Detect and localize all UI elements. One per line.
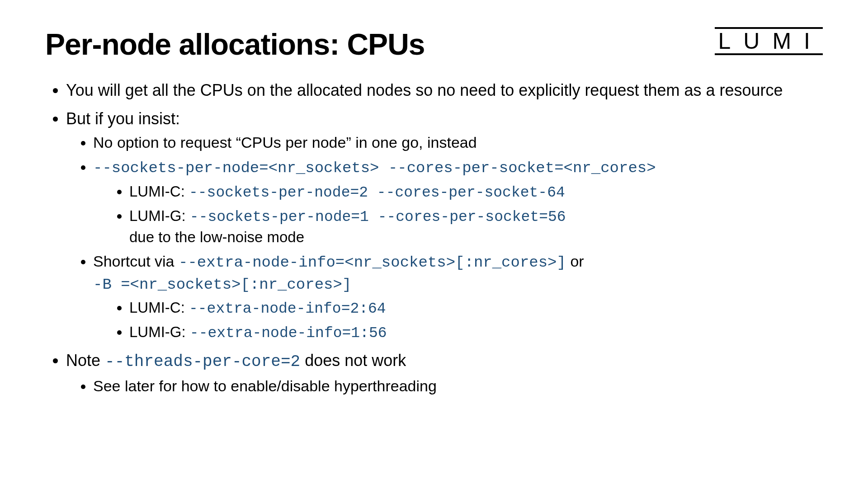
note-pre: Note — [66, 351, 105, 370]
bullet-1: You will get all the CPUs on the allocat… — [66, 80, 823, 102]
bullet-2-1: No option to request “CPUs per node” in … — [93, 132, 823, 153]
bullet-3-1: See later for how to enable/disable hype… — [93, 376, 823, 397]
bullet-2-3-1: LUMI-C: --extra-node-info=2:64 — [129, 298, 823, 319]
shortcut-pre: Shortcut via — [93, 253, 179, 270]
shortcut-mid: or — [566, 253, 584, 270]
page-title: Per-node allocations: CPUs — [45, 27, 823, 61]
code-lumi-g-extra: --extra-node-info=1:56 — [190, 325, 387, 342]
bullet-2-text: But if you insist: — [66, 109, 180, 128]
logo: LUMI — [715, 27, 823, 55]
lumi-c-label: LUMI-C: — [129, 183, 189, 200]
code-lumi-c-extra: --extra-node-info=2:64 — [189, 300, 386, 317]
code-sockets-cores: --sockets-per-node=<nr_sockets> --cores-… — [93, 160, 656, 177]
bullet-2-3-sub: LUMI-C: --extra-node-info=2:64 LUMI-G: -… — [93, 298, 823, 343]
bullet-2-2-2: LUMI-G: --sockets-per-node=1 --cores-per… — [129, 206, 823, 248]
bullet-2-3: Shortcut via --extra-node-info=<nr_socke… — [93, 251, 823, 344]
bullet-2: But if you insist: No option to request … — [66, 108, 823, 344]
lumi-c-label-2: LUMI-C: — [129, 299, 189, 316]
low-noise-note: due to the low-noise mode — [129, 229, 304, 245]
lumi-g-label-2: LUMI-G: — [129, 324, 190, 340]
bullet-2-sub: No option to request “CPUs per node” in … — [66, 132, 823, 343]
bullet-3: Note --threads-per-core=2 does not work … — [66, 350, 823, 396]
code-threads-per-core: --threads-per-core=2 — [105, 352, 300, 371]
bullet-list: You will get all the CPUs on the allocat… — [45, 80, 823, 397]
note-post: does not work — [300, 351, 406, 370]
bullet-2-2: --sockets-per-node=<nr_sockets> --cores-… — [93, 157, 823, 248]
code-extra-node-info: --extra-node-info=<nr_sockets>[:nr_cores… — [179, 254, 566, 271]
bullet-2-3-2: LUMI-G: --extra-node-info=1:56 — [129, 322, 823, 344]
code-b-flag: -B =<nr_sockets>[:nr_cores>] — [93, 276, 351, 293]
bullet-3-sub: See later for how to enable/disable hype… — [66, 376, 823, 397]
slide: LUMI Per-node allocations: CPUs You will… — [0, 0, 868, 488]
lumi-g-label: LUMI-G: — [129, 207, 190, 224]
code-lumi-c-sockets: --sockets-per-node=2 --cores-per-socket-… — [189, 184, 565, 201]
bullet-2-2-1: LUMI-C: --sockets-per-node=2 --cores-per… — [129, 182, 823, 203]
code-lumi-g-sockets: --sockets-per-node=1 --cores-per-socket=… — [190, 209, 566, 225]
bullet-2-2-sub: LUMI-C: --sockets-per-node=2 --cores-per… — [93, 182, 823, 248]
